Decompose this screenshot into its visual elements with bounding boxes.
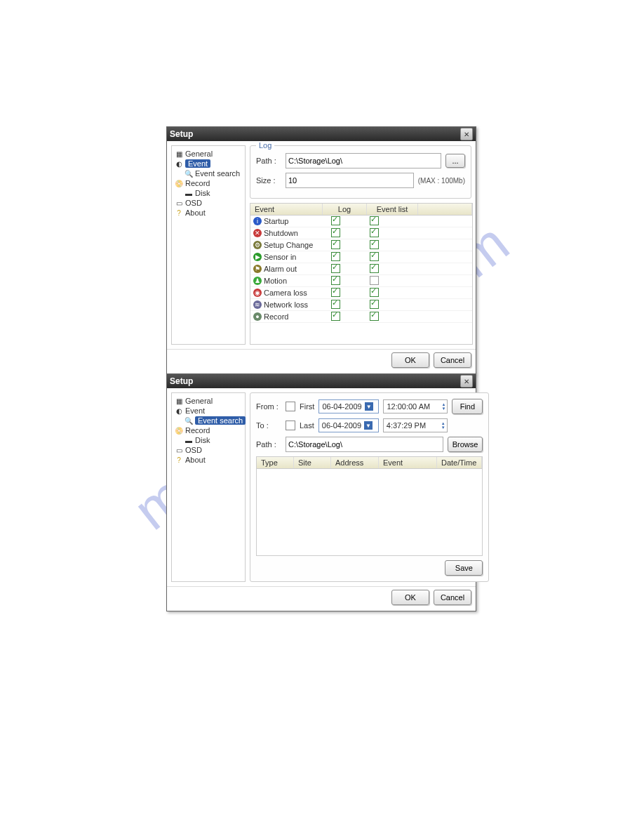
tree-label: Event search	[195, 169, 240, 178]
col-address[interactable]: Address	[331, 457, 379, 468]
dialog-title: Setup	[170, 376, 193, 386]
tree-label: Event search	[195, 416, 246, 425]
from-date-value: 06-04-2009	[322, 402, 361, 411]
log-checkbox[interactable]	[331, 240, 340, 249]
to-date-picker[interactable]: 06-04-2009▼	[318, 418, 379, 432]
tree-item-disk[interactable]: ▬Disk	[183, 188, 243, 198]
eventlist-checkbox[interactable]	[370, 216, 379, 225]
to-label: To :	[256, 421, 281, 430]
event-name: Alarm out	[264, 265, 297, 273]
table-row: iStartup	[250, 216, 472, 227]
tree-item-general[interactable]: ▦General	[173, 149, 243, 159]
close-icon[interactable]: ✕	[460, 375, 473, 388]
time-spinner[interactable]: ▲▼	[441, 402, 445, 411]
tree-label: General	[185, 397, 213, 405]
col-log[interactable]: Log	[323, 204, 367, 215]
tree-item-event[interactable]: ◐Event	[173, 159, 243, 168]
titlebar[interactable]: Setup ✕	[167, 374, 476, 388]
browse-button[interactable]: Browse	[448, 437, 483, 452]
tree-item-event-search[interactable]: 🔍Event search	[183, 416, 243, 425]
tree-item-record[interactable]: 📀Record	[173, 425, 243, 435]
tree-label: General	[185, 150, 213, 158]
eventlist-checkbox[interactable]	[370, 264, 379, 273]
network-icon: ≋	[253, 300, 262, 309]
table-row: ⚙Setup Change	[250, 239, 472, 251]
tree-item-event-search[interactable]: 🔍Event search	[183, 168, 243, 178]
find-button[interactable]: Find	[452, 399, 483, 414]
close-icon[interactable]: ✕	[460, 128, 473, 140]
ok-button[interactable]: OK	[391, 352, 429, 368]
chevron-down-icon[interactable]: ▼	[364, 421, 373, 430]
last-checkbox[interactable]	[286, 421, 295, 430]
cancel-button[interactable]: Cancel	[434, 352, 471, 368]
tree-item-record[interactable]: 📀Record	[173, 178, 243, 188]
col-eventlist[interactable]: Event list	[367, 204, 418, 215]
from-time-picker[interactable]: 12:00:00 AM▲▼	[383, 399, 448, 413]
log-checkbox[interactable]	[331, 216, 340, 225]
path-input[interactable]	[286, 437, 443, 452]
disk-icon: ▬	[185, 189, 193, 197]
tree-label: Event	[185, 406, 205, 415]
eventlist-checkbox[interactable]	[370, 288, 379, 297]
col-type[interactable]: Type	[257, 457, 294, 468]
last-label: Last	[300, 421, 314, 430]
tree-item-general[interactable]: ▦General	[173, 396, 243, 406]
col-site[interactable]: Site	[294, 457, 331, 468]
log-checkbox[interactable]	[331, 300, 340, 309]
eventlist-checkbox[interactable]	[370, 252, 379, 261]
path-input[interactable]	[286, 153, 441, 168]
event-name: Camera loss	[264, 289, 307, 297]
to-time-value: 4:37:29 PM	[387, 421, 426, 430]
gear-icon: ⚙	[253, 241, 262, 249]
cancel-button[interactable]: Cancel	[434, 590, 471, 605]
motion-icon: ♟	[253, 277, 262, 285]
eventlist-checkbox[interactable]	[370, 312, 379, 321]
event-name: Sensor in	[264, 253, 296, 261]
search-icon: 🔍	[185, 416, 193, 425]
about-icon: ?	[175, 208, 183, 217]
table-row: ▶Sensor in	[250, 251, 472, 263]
col-event[interactable]: Event	[250, 204, 323, 215]
camera-icon: ◉	[253, 289, 262, 297]
time-spinner[interactable]: ▲▼	[441, 421, 445, 430]
to-date-value: 06-04-2009	[322, 421, 361, 430]
col-datetime[interactable]: Date/Time	[437, 457, 482, 468]
nav-tree: ▦General ◐Event 🔍Event search 📀Record ▬D…	[171, 145, 246, 345]
size-input[interactable]	[286, 173, 414, 188]
eventlist-checkbox[interactable]	[370, 276, 379, 285]
tree-item-about[interactable]: ?About	[173, 208, 243, 218]
eventlist-checkbox[interactable]	[370, 240, 379, 249]
tree-label: OSD	[185, 446, 202, 454]
eventlist-checkbox[interactable]	[370, 228, 379, 237]
tree-item-about[interactable]: ?About	[173, 455, 243, 465]
titlebar[interactable]: Setup ✕	[167, 127, 476, 141]
tree-item-disk[interactable]: ▬Disk	[183, 435, 243, 445]
record-icon: 📀	[175, 179, 183, 187]
col-event[interactable]: Event	[379, 457, 437, 468]
save-button[interactable]: Save	[445, 560, 483, 576]
log-checkbox[interactable]	[331, 264, 340, 273]
general-icon: ▦	[175, 150, 183, 158]
browse-button[interactable]: ...	[445, 154, 465, 168]
tree-label: Record	[185, 426, 210, 435]
tree-item-osd[interactable]: ▭OSD	[173, 445, 243, 455]
record-icon: 📀	[175, 426, 183, 435]
tree-item-osd[interactable]: ▭OSD	[173, 198, 243, 208]
nav-tree: ▦General ◐Event 🔍Event search 📀Record ▬D…	[171, 392, 246, 582]
group-title: Log	[256, 141, 274, 150]
table-row: ✕Shutdown	[250, 227, 472, 239]
log-checkbox[interactable]	[331, 252, 340, 261]
info-icon: i	[253, 217, 262, 225]
to-time-picker[interactable]: 4:37:29 PM▲▼	[383, 418, 448, 432]
tree-label: About	[185, 208, 206, 217]
log-checkbox[interactable]	[331, 312, 340, 321]
log-checkbox[interactable]	[331, 288, 340, 297]
chevron-down-icon[interactable]: ▼	[365, 402, 373, 411]
log-checkbox[interactable]	[331, 276, 340, 285]
tree-item-event[interactable]: ◐Event	[173, 406, 243, 416]
first-checkbox[interactable]	[286, 402, 295, 411]
ok-button[interactable]: OK	[391, 590, 429, 605]
log-checkbox[interactable]	[331, 228, 340, 237]
eventlist-checkbox[interactable]	[370, 300, 379, 309]
from-date-picker[interactable]: 06-04-2009▼	[318, 399, 379, 413]
